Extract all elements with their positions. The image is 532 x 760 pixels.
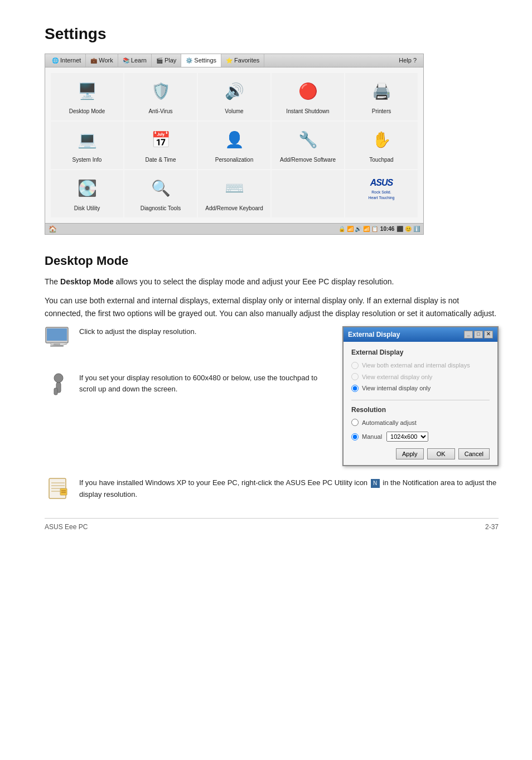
grid-item-touchpad[interactable]: ✋ Touchpad <box>345 122 418 169</box>
settings-grid: 🖥️ Desktop Mode 🛡️ Anti-Virus 🔊 Volume 🔴… <box>45 67 423 223</box>
dialog-resolution-label: Resolution <box>351 405 490 415</box>
dialog-title: External Display <box>348 330 400 340</box>
svg-point-4 <box>54 374 63 383</box>
touchpad-icon-svg <box>49 372 69 397</box>
dialog-section: Click to adjust the display resolution. … <box>45 326 499 466</box>
resolution-select[interactable]: 1024x600 <box>386 432 428 442</box>
diagnostic-tools-label: Diagnostic Tools <box>141 204 181 212</box>
internet-icon: 🌐 <box>52 56 59 65</box>
nav-item-work[interactable]: 💼 Work <box>86 54 118 67</box>
add-remove-software-icon: 🔧 <box>294 127 321 153</box>
grid-item-diagnostic-tools[interactable]: 🔍 Diagnostic Tools <box>124 170 197 217</box>
asus-logo-icon: ASUS Rock Solid. Heart Touching <box>368 175 395 202</box>
settings-icon: ⚙️ <box>186 56 192 65</box>
radio-internal-only[interactable]: View internal display only <box>351 384 490 393</box>
svg-rect-6 <box>54 388 57 395</box>
nav-item-play[interactable]: 🎬 Play <box>152 54 181 67</box>
radio-both-displays[interactable]: View both external and internal displays <box>351 361 490 370</box>
section-para1: The Desktop Mode allows you to select th… <box>45 275 499 288</box>
dialog-body: External Display View both external and … <box>344 342 497 465</box>
system-info-icon: 💻 <box>74 127 100 153</box>
section-heading: Desktop Mode <box>45 251 499 270</box>
nav-item-learn[interactable]: 📚 Learn <box>118 54 152 67</box>
note-text: If you have installed Windows XP to your… <box>79 477 499 501</box>
radio-both-displays-label: View both external and internal displays <box>362 361 470 370</box>
dialog-close-button[interactable]: ✕ <box>484 331 493 338</box>
ok-button[interactable]: OK <box>427 448 455 459</box>
grid-item-volume[interactable]: 🔊 Volume <box>198 73 270 120</box>
antivirus-label: Anti-Virus <box>148 107 172 115</box>
dialog-titlebar-controls: _ □ ✕ <box>464 331 493 338</box>
add-remove-keyboard-icon: ⌨️ <box>221 175 248 202</box>
disk-utility-icon: 💽 <box>74 175 100 202</box>
learn-icon: 📚 <box>123 56 129 65</box>
radio-external-only-label: View external display only <box>362 372 432 382</box>
click-to-adjust-text: Click to adjust the display resolution. <box>79 326 196 337</box>
dialog-buttons: Apply OK Cancel <box>351 448 490 459</box>
grid-item-system-info[interactable]: 💻 System Info <box>51 122 123 169</box>
radio-manual[interactable]: Manual <box>351 432 382 442</box>
svg-rect-12 <box>60 488 67 495</box>
favorites-icon: ⭐ <box>226 56 233 65</box>
settings-statusbar: 🏠 🔒 📶 🔊 📶 📋 10:46 ⬛ 😊 ℹ️ <box>45 223 423 234</box>
grid-item-printers[interactable]: 🖨️ Printers <box>345 73 418 120</box>
system-info-label: System Info <box>72 156 102 164</box>
dialog-minimize-button[interactable]: _ <box>464 331 473 338</box>
work-icon: 💼 <box>90 56 97 65</box>
dialog-display-label: External Display <box>351 347 490 357</box>
personalization-label: Personalization <box>215 156 253 164</box>
radio-internal-only-label: View internal display only <box>362 384 431 393</box>
page-title: Settings <box>45 22 499 46</box>
settings-navbar: 🌐 Internet 💼 Work 📚 Learn 🎬 Play ⚙️ Sett… <box>45 54 423 67</box>
settings-screenshot: 🌐 Internet 💼 Work 📚 Learn 🎬 Play ⚙️ Sett… <box>45 54 424 235</box>
statusbar-clock: 10:46 <box>380 225 395 233</box>
antivirus-icon: 🛡️ <box>147 78 174 105</box>
grid-item-instant-shutdown[interactable]: 🔴 Instant Shutdown <box>272 73 344 120</box>
notification-area-icon: N <box>371 479 380 488</box>
add-remove-software-label: Add/Remove Software <box>280 156 336 164</box>
volume-icon: 🔊 <box>221 78 248 105</box>
monitor-click-icon <box>45 326 72 359</box>
statusbar-extra-icons: ⬛ 😊 ℹ️ <box>396 225 420 233</box>
grid-item-add-remove-keyboard[interactable]: ⌨️ Add/Remove Keyboard <box>198 170 270 217</box>
svg-rect-1 <box>47 328 67 341</box>
grid-item-disk-utility[interactable]: 💽 Disk Utility <box>51 170 123 217</box>
grid-item-add-remove-software[interactable]: 🔧 Add/Remove Software <box>272 122 344 169</box>
section-para2: You can use both external and internal d… <box>45 294 499 320</box>
apply-button[interactable]: Apply <box>396 448 424 459</box>
external-display-dialog: External Display _ □ ✕ External Display … <box>342 326 499 466</box>
touchpad-info-text: If you set your display resolution to 60… <box>79 372 331 394</box>
touchpad-icon: ✋ <box>368 127 395 153</box>
radio-auto-adjust[interactable]: Automatically adjust <box>351 418 490 428</box>
footer-left: ASUS Eee PC <box>45 522 88 532</box>
page-footer: ASUS Eee PC 2-37 <box>45 518 499 532</box>
nav-item-internet[interactable]: 🌐 Internet <box>47 54 86 67</box>
play-icon: 🎬 <box>156 56 163 65</box>
touchpad-info-row: If you set your display resolution to 60… <box>45 372 331 405</box>
volume-label: Volume <box>225 107 243 115</box>
touchpad-label: Touchpad <box>369 156 393 164</box>
grid-item-personalization[interactable]: 👤 Personalization <box>198 122 270 169</box>
touchpad-scroll-icon <box>45 372 72 405</box>
svg-rect-3 <box>50 345 64 347</box>
click-to-adjust-row: Click to adjust the display resolution. <box>45 326 331 359</box>
dialog-maximize-button[interactable]: □ <box>474 331 483 338</box>
manual-resolution-row: Manual 1024x600 <box>351 432 490 442</box>
grid-item-antivirus[interactable]: 🛡️ Anti-Virus <box>124 73 197 120</box>
radio-auto-adjust-label: Automatically adjust <box>362 418 417 428</box>
resolution-radio-group: Automatically adjust Manual 1024x600 <box>351 418 490 442</box>
grid-item-date-time[interactable]: 📅 Date & Time <box>124 122 197 169</box>
date-time-icon: 📅 <box>147 127 174 153</box>
radio-external-only[interactable]: View external display only <box>351 372 490 382</box>
nav-help[interactable]: Help ? <box>394 54 421 67</box>
nav-item-favorites[interactable]: ⭐ Favorites <box>221 54 264 67</box>
add-remove-keyboard-label: Add/Remove Keyboard <box>205 204 263 212</box>
nav-item-settings[interactable]: ⚙️ Settings <box>181 54 221 67</box>
grid-item-desktop-mode[interactable]: 🖥️ Desktop Mode <box>51 73 123 120</box>
desktop-mode-label: Desktop Mode <box>69 107 105 115</box>
instant-shutdown-label: Instant Shutdown <box>286 107 329 115</box>
statusbar-home-icon[interactable]: 🏠 <box>49 224 57 234</box>
disk-utility-label: Disk Utility <box>74 204 100 212</box>
footer-right: 2-37 <box>485 522 499 532</box>
cancel-button[interactable]: Cancel <box>458 448 490 459</box>
